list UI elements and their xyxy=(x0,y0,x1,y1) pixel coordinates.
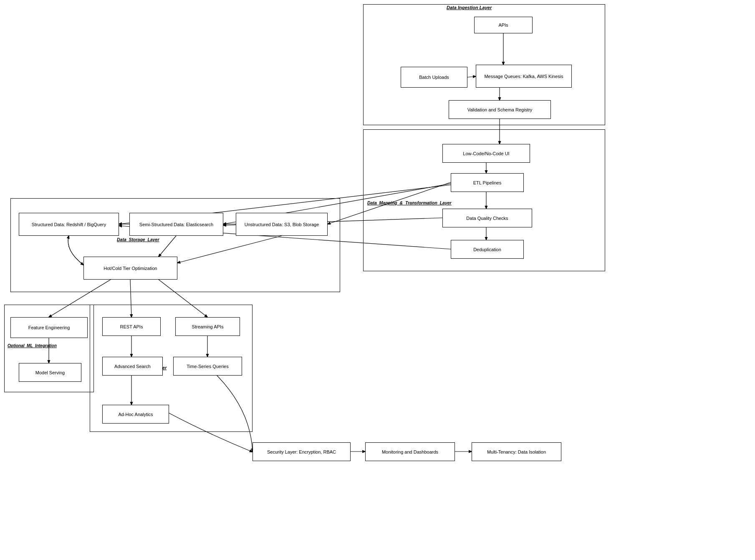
box-structured: Structured Data: Redshift / BigQuery xyxy=(19,213,119,236)
box-advanced-search: Advanced Search xyxy=(102,357,163,376)
ml-layer-label: Optional_ML_Integration xyxy=(8,343,57,348)
box-security: Security Layer: Encryption, RBAC xyxy=(253,442,351,461)
box-adhoc: Ad-Hoc Analytics xyxy=(102,405,169,424)
box-rest-apis: REST APIs xyxy=(102,317,161,336)
box-model-serving: Model Serving xyxy=(19,363,81,382)
box-feature-eng: Feature Engineering xyxy=(10,317,88,338)
box-unstructured: Unstructured Data: S3, Blob Storage xyxy=(236,213,328,236)
box-deduplication: Deduplication xyxy=(451,240,524,259)
mapping-layer-label: Data_Mapping_&_Transformation_Layer xyxy=(367,200,452,205)
diagram-container: Data Ingestion Layer Data_Mapping_&_Tran… xyxy=(0,0,755,560)
box-apis: APIs xyxy=(474,17,533,33)
box-streaming-apis: Streaming APIs xyxy=(175,317,240,336)
box-data-quality: Data Quality Checks xyxy=(442,209,532,227)
box-multi-tenancy: Multi-Tenancy: Data Isolation xyxy=(472,442,561,461)
ingestion-layer-label: Data Ingestion Layer xyxy=(447,5,492,10)
storage-layer-label: Data_Storage_Layer xyxy=(117,237,159,242)
box-batch-uploads: Batch Uploads xyxy=(401,67,467,88)
box-etl: ETL Pipelines xyxy=(451,173,524,192)
box-message-queues: Message Queues: Kafka, AWS Kinesis xyxy=(476,65,572,88)
box-validation: Validation and Schema Registry xyxy=(449,100,551,119)
box-hot-cold: Hot/Cold Tier Optimization xyxy=(83,257,177,280)
box-monitoring: Monitoring and Dashboards xyxy=(365,442,455,461)
box-time-series: Time-Series Queries xyxy=(173,357,242,376)
box-semi-structured: Semi-Structured Data: Elasticsearch xyxy=(129,213,223,236)
box-lowcode: Low-Code/No-Code UI xyxy=(442,144,530,163)
